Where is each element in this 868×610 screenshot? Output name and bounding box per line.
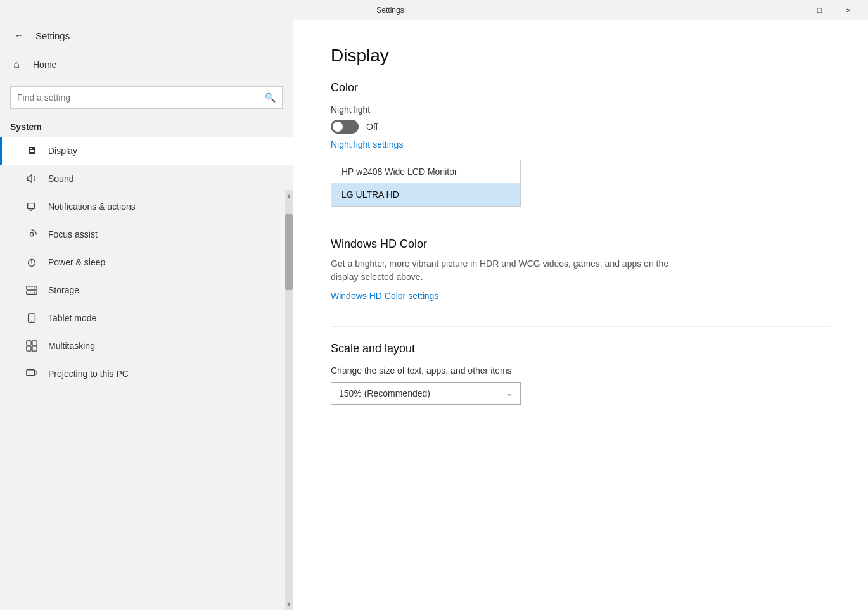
night-light-status: Off	[366, 122, 378, 132]
close-button[interactable]: ✕	[834, 0, 863, 20]
sidebar-header: ← Settings	[0, 20, 293, 51]
monitor-list: HP w2408 Wide LCD Monitor LG ULTRA HD	[331, 160, 521, 207]
sidebar-item-focus[interactable]: Focus assist	[0, 220, 293, 248]
sidebar-item-power[interactable]: Power & sleep	[0, 248, 293, 276]
scroll-up-btn[interactable]: ▲	[286, 190, 292, 201]
svg-point-1	[30, 232, 33, 236]
hd-color-title: Windows HD Color	[331, 238, 830, 251]
night-light-label: Night light	[331, 105, 830, 115]
sidebar-item-power-label: Power & sleep	[48, 257, 105, 267]
night-light-toggle[interactable]	[331, 120, 359, 134]
svg-rect-14	[35, 371, 37, 374]
sidebar-item-sound[interactable]: Sound	[0, 165, 293, 193]
svg-rect-12	[32, 346, 37, 351]
scroll-thumb	[285, 214, 293, 290]
svg-rect-13	[27, 370, 35, 376]
monitor-hp-label: HP w2408 Wide LCD Monitor	[341, 167, 457, 177]
main-content: Display Color Night light Off Night ligh…	[293, 20, 868, 610]
monitor-hp[interactable]: HP w2408 Wide LCD Monitor	[331, 160, 520, 183]
color-section-title: Color	[331, 81, 830, 94]
tablet-icon	[25, 312, 38, 324]
scale-title: Scale and layout	[331, 342, 830, 355]
system-label: System	[0, 119, 293, 137]
scale-dropdown[interactable]: 150% (Recommended) ⌄	[331, 382, 521, 405]
sidebar-item-notifications[interactable]: Notifications & actions	[0, 193, 293, 220]
titlebar-controls: — ☐ ✕	[775, 0, 863, 20]
page-title: Display	[331, 46, 830, 66]
sidebar-item-projecting[interactable]: Projecting to this PC	[0, 360, 293, 388]
sidebar: ← Settings ⌂ Home 🔍 System 🖥 Display	[0, 20, 293, 610]
monitor-lg[interactable]: LG ULTRA HD	[331, 183, 520, 206]
sidebar-item-notifications-label: Notifications & actions	[48, 201, 136, 212]
titlebar-title: Settings	[5, 6, 775, 15]
sidebar-item-tablet[interactable]: Tablet mode	[0, 304, 293, 332]
sidebar-item-focus-label: Focus assist	[48, 229, 98, 239]
sidebar-app-title: Settings	[35, 30, 70, 41]
svg-rect-9	[27, 341, 31, 345]
svg-rect-4	[27, 291, 37, 294]
scroll-track	[285, 201, 293, 599]
sound-icon	[25, 172, 38, 185]
search-box: 🔍	[10, 86, 283, 109]
sidebar-scrollbar: ▲ ▼	[285, 190, 293, 610]
scale-value: 150% (Recommended)	[339, 388, 430, 398]
toggle-knob	[333, 122, 343, 132]
sidebar-item-storage[interactable]: Storage	[0, 276, 293, 304]
svg-rect-3	[27, 286, 37, 289]
app-container: ← Settings ⌂ Home 🔍 System 🖥 Display	[0, 20, 868, 610]
sidebar-item-display[interactable]: 🖥 Display	[0, 137, 293, 165]
sidebar-item-home-label: Home	[33, 60, 56, 70]
power-icon	[25, 256, 38, 269]
display-icon: 🖥	[25, 144, 38, 157]
notifications-icon	[25, 200, 38, 213]
svg-point-5	[34, 288, 35, 289]
back-icon: ←	[15, 30, 23, 41]
divider-2	[331, 326, 830, 327]
sidebar-item-storage-label: Storage	[48, 285, 79, 295]
storage-icon	[25, 284, 38, 296]
hd-color-desc: Get a brighter, more vibrant picture in …	[331, 257, 698, 284]
titlebar: Settings — ☐ ✕	[0, 0, 868, 20]
nav-list: 🖥 Display Sound	[0, 137, 293, 610]
svg-point-8	[31, 321, 32, 322]
maximize-button[interactable]: ☐	[805, 0, 834, 20]
svg-rect-11	[27, 346, 31, 351]
scroll-down-btn[interactable]: ▼	[286, 599, 292, 610]
multitasking-icon	[25, 340, 38, 352]
sidebar-item-tablet-label: Tablet mode	[48, 313, 96, 323]
svg-rect-10	[32, 341, 37, 345]
sidebar-item-sound-label: Sound	[48, 174, 73, 184]
search-icon: 🔍	[265, 92, 276, 103]
scale-desc: Change the size of text, apps, and other…	[331, 365, 830, 376]
divider-1	[331, 222, 830, 222]
sidebar-item-home[interactable]: ⌂ Home	[0, 51, 293, 79]
back-button[interactable]: ←	[10, 27, 28, 44]
night-light-settings-link[interactable]: Night light settings	[331, 139, 403, 149]
sidebar-item-multitasking[interactable]: Multitasking	[0, 332, 293, 360]
projecting-icon	[25, 367, 38, 380]
minimize-button[interactable]: —	[775, 0, 805, 20]
sidebar-item-display-label: Display	[48, 146, 77, 156]
hd-color-link[interactable]: Windows HD Color settings	[331, 291, 438, 301]
scale-dropdown-container: 150% (Recommended) ⌄	[331, 382, 521, 405]
focus-icon	[25, 228, 38, 241]
night-light-toggle-row: Off	[331, 120, 830, 134]
svg-point-6	[34, 292, 35, 293]
sidebar-item-multitasking-label: Multitasking	[48, 341, 95, 351]
home-icon: ⌂	[10, 58, 23, 71]
svg-rect-0	[28, 203, 35, 209]
monitor-lg-label: LG ULTRA HD	[341, 189, 399, 200]
search-input[interactable]	[17, 92, 260, 103]
sidebar-item-projecting-label: Projecting to this PC	[48, 369, 129, 379]
dropdown-arrow: ⌄	[506, 389, 513, 398]
